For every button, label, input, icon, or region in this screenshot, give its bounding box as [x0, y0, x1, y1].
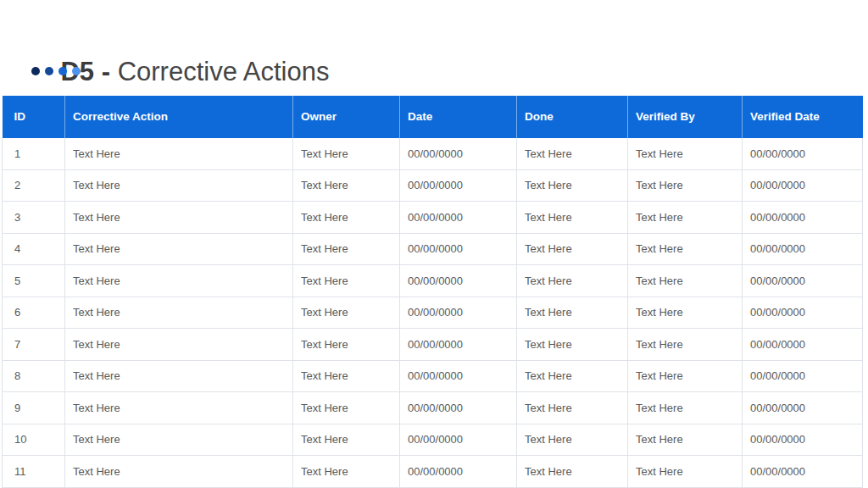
cell-corrective-action: Text Here	[65, 360, 293, 392]
cell-verified-by: Text Here	[628, 456, 743, 488]
column-header-corrective-action: Corrective Action	[65, 96, 293, 138]
cell-verified-date: 00/00/0000	[743, 138, 863, 170]
cell-owner: Text Here	[293, 233, 400, 265]
cell-verified-by: Text Here	[628, 360, 743, 392]
cell-verified-date: 00/00/0000	[743, 424, 863, 456]
cell-id: 6	[3, 297, 65, 329]
cell-id: 1	[3, 138, 65, 170]
cell-verified-date: 00/00/0000	[743, 360, 863, 392]
cell-date: 00/00/0000	[400, 360, 517, 392]
table-row: 9Text HereText Here00/00/0000Text HereTe…	[3, 392, 863, 424]
cell-corrective-action: Text Here	[65, 169, 293, 202]
cell-date: 00/00/0000	[400, 169, 517, 202]
cell-owner: Text Here	[293, 169, 400, 202]
cell-owner: Text Here	[293, 329, 400, 361]
cell-verified-by: Text Here	[628, 424, 743, 456]
cell-owner: Text Here	[293, 456, 400, 488]
cell-done: Text Here	[517, 424, 628, 456]
column-header-done: Done	[517, 96, 628, 138]
column-header-verified-date: Verified Date	[743, 96, 863, 138]
column-header-id: ID	[3, 96, 65, 138]
cell-corrective-action: Text Here	[65, 329, 293, 361]
table-header-row: ID Corrective Action Owner Date Done Ver…	[3, 96, 863, 138]
cell-verified-by: Text Here	[628, 202, 743, 234]
table-row: 8Text HereText Here00/00/0000Text HereTe…	[3, 360, 863, 392]
cell-verified-date: 00/00/0000	[743, 202, 863, 234]
cell-corrective-action: Text Here	[65, 456, 293, 488]
cell-verified-by: Text Here	[628, 297, 743, 329]
cell-date: 00/00/0000	[400, 392, 517, 424]
cell-done: Text Here	[517, 456, 628, 488]
cell-verified-date: 00/00/0000	[743, 392, 863, 424]
cell-id: 8	[3, 360, 65, 392]
corrective-actions-table: ID Corrective Action Owner Date Done Ver…	[2, 95, 863, 488]
cell-id: 5	[3, 265, 65, 297]
table-row: 4Text HereText Here00/00/0000Text HereTe…	[3, 233, 863, 265]
cell-verified-date: 00/00/0000	[743, 233, 863, 265]
cell-done: Text Here	[517, 233, 628, 265]
accent-dot	[45, 67, 53, 75]
cell-owner: Text Here	[293, 392, 400, 424]
cell-id: 10	[3, 424, 65, 456]
table-row: 2Text HereText Here00/00/0000Text HereTe…	[3, 169, 863, 202]
column-header-verified-by: Verified By	[628, 96, 743, 138]
cell-corrective-action: Text Here	[65, 265, 293, 297]
cell-corrective-action: Text Here	[65, 202, 293, 234]
table-row: 3Text HereText Here00/00/0000Text HereTe…	[3, 202, 863, 234]
cell-date: 00/00/0000	[400, 202, 517, 234]
cell-owner: Text Here	[293, 265, 400, 297]
cell-verified-date: 00/00/0000	[743, 329, 863, 361]
cell-done: Text Here	[517, 202, 628, 234]
column-header-date: Date	[400, 96, 517, 138]
cell-date: 00/00/0000	[400, 297, 517, 329]
cell-id: 7	[3, 329, 65, 361]
cell-date: 00/00/0000	[400, 138, 517, 170]
cell-verified-date: 00/00/0000	[743, 456, 863, 488]
cell-id: 2	[3, 169, 65, 202]
cell-done: Text Here	[517, 169, 628, 202]
cell-verified-date: 00/00/0000	[743, 265, 863, 297]
column-header-owner: Owner	[293, 96, 400, 138]
cell-corrective-action: Text Here	[65, 392, 293, 424]
cell-verified-date: 00/00/0000	[743, 169, 863, 202]
cell-owner: Text Here	[293, 138, 400, 170]
cell-id: 9	[3, 392, 65, 424]
cell-date: 00/00/0000	[400, 424, 517, 456]
cell-verified-by: Text Here	[628, 169, 743, 202]
table-row: 7Text HereText Here00/00/0000Text HereTe…	[3, 329, 863, 361]
table-body: 1Text HereText Here00/00/0000Text HereTe…	[3, 138, 863, 488]
cell-date: 00/00/0000	[400, 233, 517, 265]
cell-verified-by: Text Here	[628, 329, 743, 361]
cell-verified-by: Text Here	[628, 265, 743, 297]
cell-done: Text Here	[517, 329, 628, 361]
cell-verified-by: Text Here	[628, 138, 743, 170]
cell-id: 11	[3, 456, 65, 488]
cell-owner: Text Here	[293, 297, 400, 329]
cell-verified-by: Text Here	[628, 392, 743, 424]
table-header: ID Corrective Action Owner Date Done Ver…	[3, 96, 863, 138]
cell-verified-by: Text Here	[628, 233, 743, 265]
cell-done: Text Here	[517, 297, 628, 329]
cell-date: 00/00/0000	[400, 456, 517, 488]
cell-owner: Text Here	[293, 424, 400, 456]
cell-date: 00/00/0000	[400, 265, 517, 297]
cell-corrective-action: Text Here	[65, 233, 293, 265]
cell-done: Text Here	[517, 392, 628, 424]
cell-owner: Text Here	[293, 202, 400, 234]
cell-owner: Text Here	[293, 360, 400, 392]
cell-done: Text Here	[517, 265, 628, 297]
table-row: 11Text HereText Here00/00/0000Text HereT…	[3, 456, 863, 488]
accent-dots	[31, 67, 81, 75]
accent-dot	[31, 67, 40, 75]
slide: D5 - Corrective Actions ID Corrective Ac…	[0, 0, 868, 488]
cell-done: Text Here	[517, 138, 628, 170]
cell-id: 3	[3, 202, 65, 234]
cell-verified-date: 00/00/0000	[743, 297, 863, 329]
accent-dot	[58, 67, 67, 75]
table-row: 1Text HereText Here00/00/0000Text HereTe…	[3, 138, 863, 170]
title-rest: Corrective Actions	[118, 57, 330, 86]
cell-corrective-action: Text Here	[65, 297, 293, 329]
cell-id: 4	[3, 233, 65, 265]
cell-done: Text Here	[517, 360, 628, 392]
cell-corrective-action: Text Here	[65, 138, 293, 170]
